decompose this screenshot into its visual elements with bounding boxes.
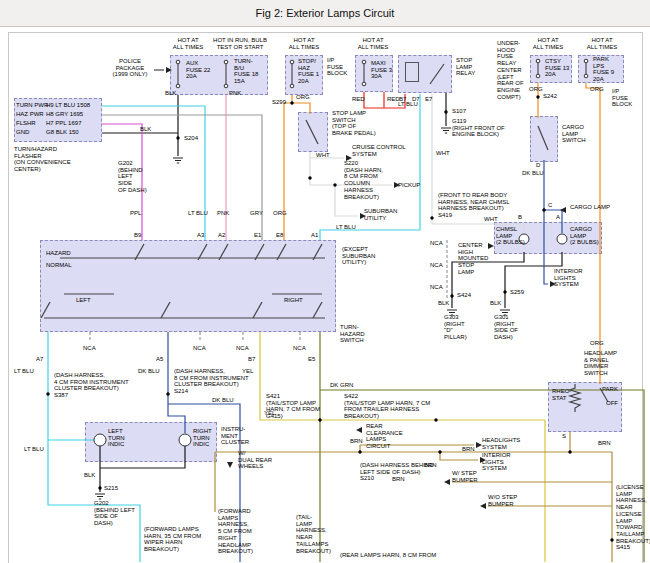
diagram-label: GRY (250, 210, 263, 217)
diagram-label: CHMSL LAMP (2 BULBS) (496, 226, 525, 246)
diagram-label: D7 (412, 96, 420, 103)
diagram-label: SUBURBAN UTILITY (364, 208, 397, 221)
diagram-label: HOT AT ALL TIMES (286, 37, 322, 50)
diagram-label: (DASH HARNESS, 8 CM FROM INSTRUMENT CLUS… (174, 368, 249, 395)
diagram-label: S259 (510, 289, 524, 296)
diagram-label: D (536, 162, 540, 169)
diagram-label: REAR CLEARANCE LAMPS CIRCUIT (366, 423, 403, 450)
diagram-label: TURN/HAZARD FLASHER (ON CONVENIENCE CENT… (14, 146, 71, 173)
diagram-label: HOT AT ALL TIMES (354, 37, 392, 50)
diagram-label: BRN (350, 438, 363, 445)
diagram-label: G119 (RIGHT FRONT OF ENGINE BLOCK) (452, 118, 505, 138)
diagram-label: NCA (83, 345, 96, 352)
diagram-label: A3 (197, 232, 204, 239)
diagram-label: PPL (130, 210, 141, 217)
diagram-label: LEFT TURN INDIC (108, 428, 125, 448)
diagram-label: A2 (218, 232, 225, 239)
diagram-label: CTSY FUSE 13 20A (545, 58, 569, 78)
diagram-label: DK BLU (138, 368, 160, 375)
diagram-label: STOP LAMP SWITCH (TOP OF BRAKE PEDAL) (332, 110, 376, 137)
diagram-label: I/P FUSE BLOCK (612, 88, 632, 108)
diagram-label: CARGO LAMP (2 BULBS) (570, 226, 599, 246)
diagram-label: POLICE PACKAGE (1999 ONLY) (106, 58, 154, 78)
diagram-label: S (562, 433, 566, 440)
diagram-label: INTERIOR LIGHTS SYSTEM (554, 268, 583, 288)
diagram-label: W/ STEP BUMPER (452, 470, 478, 483)
diagram-label: HEADLIGHTS SYSTEM (482, 437, 520, 450)
diagram-label: E1 (254, 232, 261, 239)
diagram-label: HOT AT ALL TIMES (168, 37, 208, 50)
diagram-label: INSTRU- MENT CLUSTER (221, 426, 249, 446)
diagram-label: (FRONT TO REAR BODY HARNESS, NEAR CHMSL … (438, 192, 510, 219)
diagram-label: PNK (217, 210, 229, 217)
diagram-label: NCA (430, 240, 443, 247)
diagram-label: PARK LPS FUSE 9 20A (593, 56, 614, 83)
diagram-label: OFF (606, 400, 618, 407)
diagram-label: S220 (DASH HARN, 8 CM FROM COLUMN HARNES… (344, 160, 383, 200)
diagram-label: LT BLU (336, 224, 356, 231)
diagram-label: S242 (543, 93, 557, 100)
wiring-diagram-page: Fig 2: Exterior Lamps Circuit HOT AT ALL… (0, 0, 650, 563)
diagram-label: STOP/ HAZ FUSE 1 20A (298, 58, 319, 85)
diagram-label: B7 (248, 356, 255, 363)
diagram-label: TURN PWR (16, 102, 48, 109)
diagram-label: LT BLU (24, 446, 44, 453)
diagram-label: BLK (84, 472, 95, 479)
diagram-label: ORG (590, 340, 604, 347)
diagram-label: S424 (457, 292, 471, 299)
diagram-label: BLK (165, 90, 176, 97)
diagram-label: HOT IN RUN, BULB TEST OR START (210, 37, 270, 50)
diagram-label: ORG (273, 210, 287, 217)
diagram-label: B (518, 214, 522, 221)
diagram-label: HAZ PWR (16, 111, 44, 118)
diagram-label: (LICENSE LAMP HARNESS, NEAR LICENSE LAMP… (616, 484, 650, 551)
diagram-label: LEFT (76, 297, 91, 304)
labels-layer: HOT AT ALL TIMESHOT IN RUN, BULB TEST OR… (0, 0, 650, 563)
diagram-label: HEADLAMP & PANEL DIMMER SWITCH (584, 350, 617, 377)
diagram-label: YEL (242, 368, 253, 375)
diagram-label: INTERIOR LIGHTS SYSTEM (482, 452, 511, 472)
diagram-label: PICKUP (398, 182, 420, 189)
diagram-label: (FORWARD LAMPS HARNESS, 5 CM FROM RIGHT … (218, 508, 253, 555)
diagram-label: HOT AT ALL TIMES (582, 37, 622, 50)
diagram-label: GND (16, 129, 29, 136)
diagram-label: (REAR LAMPS HARN, 8 CM FROM (340, 552, 436, 559)
diagram-label: I/P FUSE BLOCK (327, 57, 347, 77)
diagram-label: G303 (RIGHT "D" PILLAR) (444, 314, 467, 341)
diagram-label: TURN- HAZARD SWITCH (340, 324, 365, 344)
diagram-label: WHT (436, 150, 450, 157)
diagram-label: NCA (236, 345, 249, 352)
diagram-label: A5 (156, 356, 163, 363)
diagram-label: DK BLU (212, 397, 234, 404)
diagram-label: W/O STEP BUMPER (488, 494, 517, 507)
diagram-label: WHT (484, 216, 498, 223)
diagram-label: FLSHR (16, 120, 36, 127)
diagram-label: E5 (308, 356, 315, 363)
diagram-label: NCA (293, 345, 306, 352)
diagram-label: (FORWARD LAMPS HARN, 35 CM FROM WIPER HA… (144, 526, 201, 553)
diagram-label: S204 (184, 135, 198, 142)
diagram-label: G202 (BEHIND LEFT SIDE OF DASH) (94, 500, 135, 527)
diagram-label: HOT AT ALL TIMES (528, 37, 568, 50)
diagram-label: G8 BLK 150 (46, 129, 79, 136)
diagram-label: A7 (36, 356, 43, 363)
diagram-label: UNDER- HOOD FUSE RELAY CENTER (LEFT REAR… (497, 40, 524, 100)
diagram-label: NCA (430, 284, 443, 291)
diagram-label: E8 (276, 232, 283, 239)
diagram-label: DK BLU (522, 170, 544, 177)
diagram-label: HAZARD (46, 250, 71, 257)
diagram-label: BLK (490, 300, 501, 307)
diagram-label: LT BLU (188, 210, 208, 217)
diagram-label: CRUISE CONTROL SYSTEM (352, 144, 406, 157)
diagram-label: BRN (462, 446, 475, 453)
diagram-label: TURN- B/U FUSE 18 15A (234, 58, 258, 85)
diagram-label: BRN (392, 476, 405, 483)
diagram-label: NCA (193, 345, 206, 352)
diagram-label: BRN (598, 440, 611, 447)
diagram-label: RHEO- STAT (552, 388, 571, 401)
diagram-label: NORMAL (46, 262, 72, 269)
diagram-label: STOP LAMP RELAY (456, 57, 475, 77)
diagram-label: PARK (602, 386, 618, 393)
diagram-label: CENTER HIGH MOUNTED STOP LAMP (458, 242, 488, 276)
diagram-label: (EXCEPT SUBURBAN UTILITY) (342, 246, 375, 266)
